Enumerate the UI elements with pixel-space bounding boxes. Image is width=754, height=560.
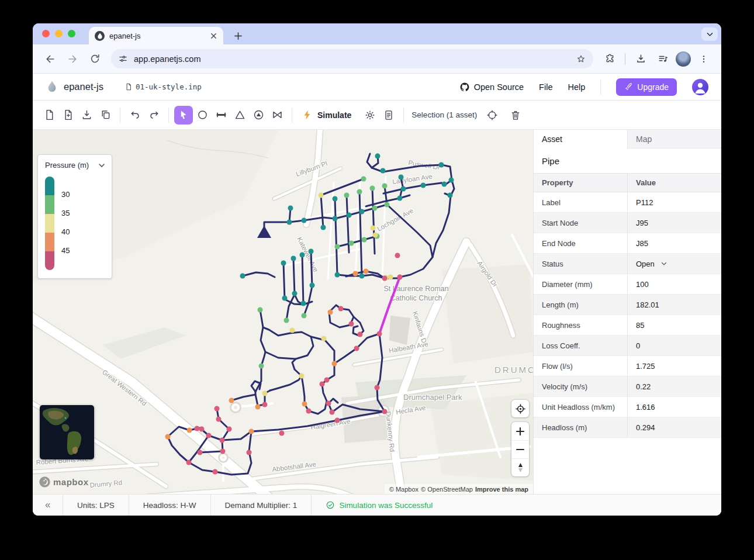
property-row[interactable]: End NodeJ85 <box>534 233 721 254</box>
junction-node[interactable] <box>216 417 222 422</box>
junction-node[interactable] <box>220 449 226 454</box>
junction-node[interactable] <box>326 401 331 406</box>
junction-node[interactable] <box>255 405 261 410</box>
back-button[interactable] <box>41 50 60 68</box>
open-file-chip[interactable]: 01-uk-style.inp <box>124 82 202 91</box>
simulation-settings-button[interactable] <box>361 106 379 125</box>
tab-asset[interactable]: Asset <box>534 130 628 148</box>
junction-node[interactable] <box>439 163 444 168</box>
junction-node[interactable] <box>382 276 388 281</box>
junction-node[interactable] <box>359 274 365 279</box>
redo-button[interactable] <box>144 106 163 125</box>
browser-menu-button[interactable] <box>694 50 713 68</box>
upgrade-button[interactable]: Upgrade <box>616 78 677 96</box>
junction-node[interactable] <box>302 402 307 407</box>
delete-selection-button[interactable] <box>506 106 525 125</box>
junction-node[interactable] <box>324 378 330 383</box>
demand-multiplier-status[interactable]: Demand Multiplier: 1 <box>211 495 312 516</box>
junction-node[interactable] <box>347 213 352 218</box>
address-bar[interactable]: app.epanetjs.com <box>111 49 593 68</box>
junction-node[interactable] <box>375 385 380 390</box>
junction-node[interactable] <box>442 182 447 187</box>
property-row[interactable]: Length (m)182.01 <box>534 295 721 315</box>
junction-node[interactable] <box>332 361 337 367</box>
junction-node[interactable] <box>328 310 333 315</box>
tank-tool-button[interactable] <box>249 106 268 125</box>
forward-button[interactable] <box>63 50 82 68</box>
junction-node[interactable] <box>349 241 354 246</box>
close-window-button[interactable] <box>42 30 50 37</box>
open-source-link[interactable]: Open Source <box>459 82 524 92</box>
junction-node[interactable] <box>249 429 254 434</box>
property-value[interactable]: 182.01 <box>627 295 721 314</box>
reservoir-tool-button[interactable] <box>230 106 249 125</box>
junction-node[interactable] <box>335 418 340 423</box>
junction-node[interactable] <box>349 322 354 327</box>
junction-node[interactable] <box>309 249 314 254</box>
property-row[interactable]: Velocity (m/s)0.22 <box>534 376 721 397</box>
new-file-button[interactable] <box>40 106 58 125</box>
junction-node[interactable] <box>333 196 338 202</box>
junction-node[interactable] <box>381 168 386 174</box>
new-tab-button[interactable] <box>230 28 245 43</box>
minimize-window-button[interactable] <box>55 30 63 37</box>
junction-node[interactable] <box>395 253 400 258</box>
property-value[interactable]: 1.616 <box>627 397 721 417</box>
property-row[interactable]: Loss Coeff.0 <box>534 336 721 356</box>
junction-node[interactable] <box>284 318 289 323</box>
junction-node[interactable] <box>206 433 212 438</box>
junction-node[interactable] <box>421 183 426 188</box>
attribution-mapbox[interactable]: © Mapbox <box>389 486 418 493</box>
junction-node[interactable] <box>397 196 403 201</box>
downloads-button[interactable] <box>631 50 650 68</box>
junction-tool-button[interactable] <box>193 106 212 125</box>
junction-node[interactable] <box>301 301 306 306</box>
property-row[interactable]: Unit Headloss (m/km)1.616 <box>534 397 721 417</box>
junction-node[interactable] <box>258 307 263 313</box>
junction-node[interactable] <box>199 427 205 432</box>
junction-node[interactable] <box>299 374 305 379</box>
property-value[interactable]: J85 <box>627 233 721 253</box>
browser-profile-avatar[interactable] <box>676 51 691 67</box>
junction-node[interactable] <box>291 256 296 261</box>
junction-node[interactable] <box>399 175 404 180</box>
property-row[interactable]: Headloss (m)0.294 <box>534 417 721 438</box>
junction-node[interactable] <box>262 391 268 396</box>
junction-node[interactable] <box>262 402 268 407</box>
zoom-out-button[interactable] <box>511 440 529 458</box>
tab-close-icon[interactable] <box>210 32 217 40</box>
junction-node[interactable] <box>373 233 378 238</box>
junction-node[interactable] <box>240 274 245 279</box>
junction-node[interactable] <box>302 218 307 223</box>
zoom-in-button[interactable] <box>511 422 529 440</box>
junction-node[interactable] <box>364 269 369 274</box>
simulate-label[interactable]: Simulate <box>317 110 351 120</box>
junction-node[interactable] <box>300 253 305 258</box>
junction-node[interactable] <box>306 409 312 414</box>
junction-node[interactable] <box>361 177 366 182</box>
junction-node[interactable] <box>213 469 218 475</box>
junction-node[interactable] <box>338 306 344 312</box>
extensions-button[interactable] <box>600 50 619 68</box>
property-row[interactable]: Start NodeJ95 <box>534 213 721 233</box>
property-value[interactable]: 100 <box>627 274 721 294</box>
zoom-to-selection-button[interactable] <box>483 106 501 125</box>
map-canvas[interactable]: Lillyburn PlPuswell DrLadyloan AveLochgo… <box>33 130 533 494</box>
bookmark-star-icon[interactable] <box>576 54 586 64</box>
improve-map-link[interactable]: Improve this map <box>475 486 528 493</box>
junction-node[interactable] <box>375 154 381 159</box>
junction-node[interactable] <box>385 202 390 208</box>
junction-node[interactable] <box>320 382 325 387</box>
site-settings-icon[interactable] <box>118 54 128 64</box>
junction-node[interactable] <box>259 364 264 369</box>
property-value[interactable]: 85 <box>627 315 721 335</box>
url-text[interactable]: app.epanetjs.com <box>134 54 570 64</box>
junction-node[interactable] <box>358 332 363 337</box>
property-row[interactable]: Roughness85 <box>534 315 721 336</box>
property-value[interactable]: 0 <box>627 336 721 355</box>
minimap[interactable] <box>40 405 94 459</box>
junction-node[interactable] <box>310 283 315 288</box>
junction-node[interactable] <box>388 275 393 280</box>
reload-button[interactable] <box>85 50 104 68</box>
junction-node[interactable] <box>362 237 367 243</box>
